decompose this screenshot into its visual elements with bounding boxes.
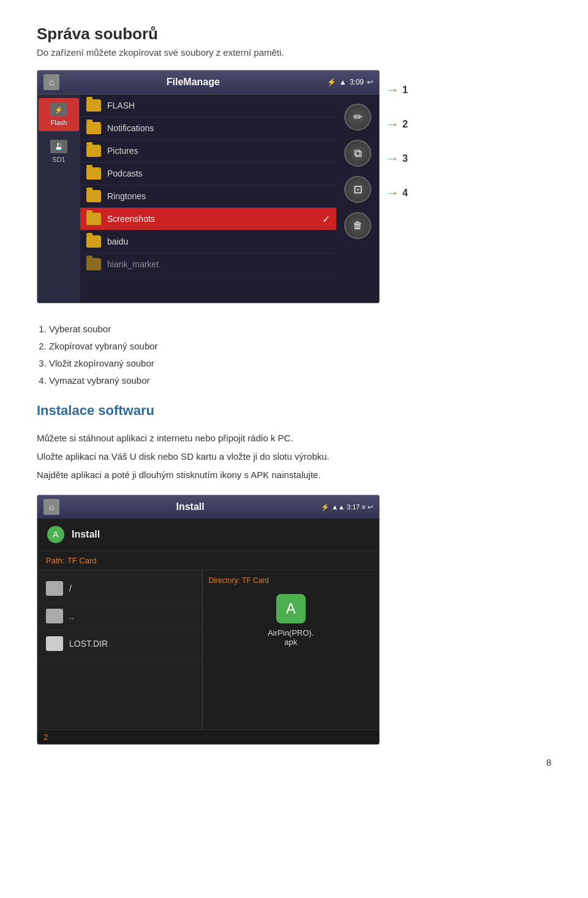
annotation-number: 4 (402, 188, 408, 199)
app-header-title: FileManage (64, 77, 322, 88)
list-item[interactable]: hiank_market (80, 253, 336, 276)
status-time: 3:09 (350, 78, 364, 86)
list-item[interactable]: Pictures (80, 140, 336, 162)
list-item[interactable]: Notifications (80, 117, 336, 140)
footer-number: 2 (43, 732, 48, 742)
annotation-2: → 2 (386, 116, 408, 132)
list-item-selected[interactable]: Screenshots ✓ (80, 208, 336, 230)
dir-name: LOST.DIR (69, 639, 108, 649)
install-screenshot: ⌂ Install ⚡ ▲▲ 3:17 ≡ ↩ A Install Path: … (37, 495, 380, 745)
install-section-title: Instalace softwaru (37, 403, 551, 419)
annotation-number: 2 (402, 119, 408, 130)
step-1: Vyberat soubor (49, 322, 551, 337)
install-app-title: Install (64, 501, 316, 512)
apk-file-item[interactable]: A AirPin(PRO).apk (209, 594, 374, 647)
action-buttons: ✏ ⧉ ⊡ 🗑 (336, 94, 379, 303)
directory-panel: / .. LOST.DIR (37, 570, 203, 729)
select-button[interactable]: ✏ (344, 104, 371, 131)
folder-icon (86, 167, 101, 180)
page-subtitle: Do zařízení můžete zkopírovat své soubor… (37, 47, 551, 58)
path-value-text: TF Card (67, 556, 97, 565)
signal-icon: ▲▲ (331, 503, 345, 511)
bluetooth-icon: ⚡ (327, 78, 336, 86)
folder-name: hiank_market (107, 259, 159, 269)
list-item[interactable]: Podcasts (80, 162, 336, 185)
steps-list: Vyberat soubor Zkopírovat vybraný soubor… (49, 322, 551, 388)
copy-button[interactable]: ⧉ (344, 140, 371, 167)
dir-item[interactable]: .. (37, 603, 202, 630)
annotation-1: → 1 (386, 82, 408, 98)
delete-button[interactable]: 🗑 (344, 212, 371, 239)
install-desc-2: Uložte aplikaci na Váš U disk nebo SD ka… (37, 449, 551, 464)
menu-icon: ≡ (362, 503, 366, 511)
page-title: Správa souborů (37, 25, 551, 44)
flash-label: Flash (51, 119, 67, 126)
folder-icon (86, 145, 101, 157)
dir-icon (46, 609, 63, 623)
arrow-icon: → (386, 82, 399, 98)
apk-panel: Directory: TF Card A AirPin(PRO).apk (203, 570, 380, 729)
install-status: ⚡ ▲▲ 3:17 ≡ ↩ (321, 503, 373, 511)
paste-button[interactable]: ⊡ (344, 176, 371, 203)
folder-name: baidu (107, 237, 128, 246)
folder-icon (86, 122, 101, 134)
dir-icon (46, 636, 63, 651)
directory-label: Directory: TF Card (209, 576, 374, 585)
install-label: Install (72, 529, 100, 540)
install-path-row: Path: TF Card (37, 551, 379, 570)
status-bar: ⚡ ▲ 3:09 ↩ (327, 78, 373, 86)
app-header: ⌂ FileManage ⚡ ▲ 3:09 ↩ (37, 70, 379, 94)
path-label: Path: (46, 556, 64, 565)
install-title-row: A Install (37, 519, 379, 551)
folder-icon (86, 99, 101, 112)
dir-item[interactable]: / (37, 575, 202, 603)
svg-text:A: A (53, 530, 59, 539)
install-desc-3: Najděte aplikaci a poté ji dlouhým stisk… (37, 468, 551, 482)
numbered-descriptions: Vyberat soubor Zkopírovat vybraný soubor… (37, 322, 551, 388)
filemanager-screenshot: ⌂ FileManage ⚡ ▲ 3:09 ↩ ⚡ Flash 💾 SD1 (37, 70, 380, 303)
forward-icon: ↩ (368, 503, 373, 511)
dir-label: Directory: (209, 576, 240, 585)
flash-icon: ⚡ (50, 103, 67, 116)
folder-name: Screenshots (107, 214, 155, 224)
checkmark-icon: ✓ (322, 213, 330, 225)
home-icon: ⌂ (43, 74, 59, 90)
sd1-label: SD1 (52, 156, 65, 163)
annotation-4: → 4 (386, 185, 408, 201)
flash-button[interactable]: ⚡ Flash (39, 98, 79, 131)
step-4: Vymazat vybraný soubor (49, 373, 551, 388)
app-body: ⚡ Flash 💾 SD1 FLASH Notifications (37, 94, 379, 303)
annotation-3: → 3 (386, 151, 408, 167)
storage-sidebar: ⚡ Flash 💾 SD1 (37, 94, 80, 303)
dir-name: .. (69, 611, 74, 621)
filemanager-section: ⌂ FileManage ⚡ ▲ 3:09 ↩ ⚡ Flash 💾 SD1 (37, 70, 551, 303)
sd-icon: 💾 (50, 140, 67, 153)
arrow-icon: → (386, 185, 399, 201)
install-app-header: ⌂ Install ⚡ ▲▲ 3:17 ≡ ↩ (37, 495, 379, 519)
folder-name: FLASH (107, 101, 135, 110)
install-desc-1: Můžete si stáhnout aplikaci z internetu … (37, 431, 551, 446)
arrow-icon: → (386, 151, 399, 167)
install-description: Můžete si stáhnout aplikaci z internetu … (37, 431, 551, 482)
forward-icon: ↩ (367, 78, 373, 86)
list-item[interactable]: Ringtones (80, 185, 336, 208)
folder-icon (86, 235, 101, 248)
wifi-icon: ▲ (339, 78, 347, 86)
dir-icon (46, 581, 63, 596)
list-item[interactable]: baidu (80, 230, 336, 253)
install-time: 3:17 (347, 503, 360, 511)
folder-icon (86, 258, 101, 270)
folder-name: Podcasts (107, 169, 143, 178)
folder-icon (86, 190, 101, 202)
list-item[interactable]: FLASH (80, 94, 336, 117)
install-footer: 2 (37, 729, 379, 744)
apk-name: AirPin(PRO).apk (268, 628, 314, 647)
sd1-button[interactable]: 💾 SD1 (39, 135, 79, 168)
step-3: Vložit zkopírovaný soubor (49, 356, 551, 371)
folder-name: Notifications (107, 123, 154, 133)
dir-item[interactable]: LOST.DIR (37, 630, 202, 658)
page-number: 8 (37, 757, 551, 767)
dir-value-text: TF Card (242, 576, 269, 585)
apk-icon: A (276, 594, 306, 623)
step-2: Zkopírovat vybraný soubor (49, 339, 551, 354)
